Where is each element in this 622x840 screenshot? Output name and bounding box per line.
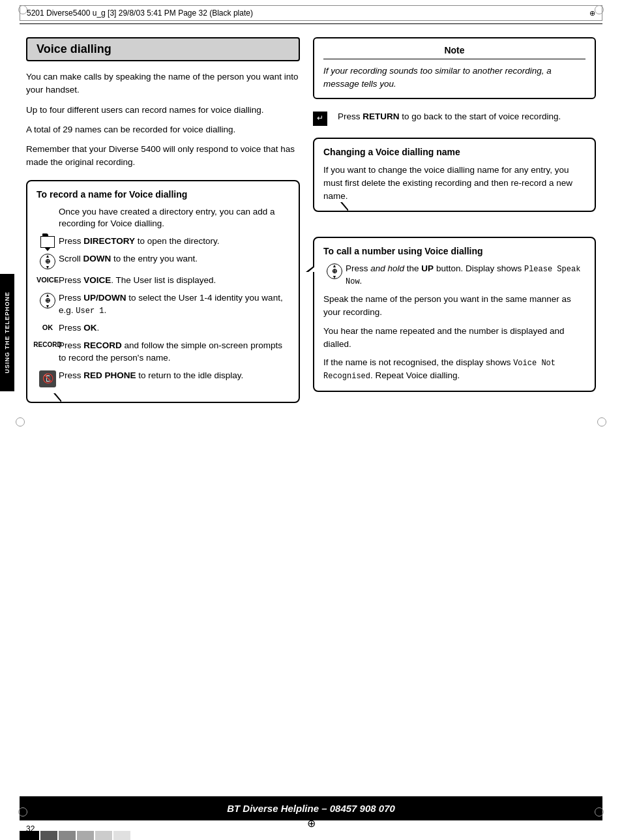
call-nav-icon: ▲ ⊕ ▼ (323, 263, 346, 279)
step-red-phone: 📵 Press RED PHONE to return to the idle … (37, 370, 289, 387)
step-record: RECORD Press RECORD and follow the simpl… (37, 340, 289, 365)
side-tab-label: USING THE TELEPHONE (4, 292, 10, 374)
call-step-1-text: Press and hold the UP button. Display sh… (346, 263, 585, 288)
block-2 (40, 831, 57, 840)
bottom-crosshair: ⊕ (307, 817, 316, 830)
instruction-box: To record a name for Voice dialling Once… (26, 180, 300, 403)
main-content: Voice dialling You can make calls by spe… (26, 31, 596, 403)
return-step: ↵ Press RETURN to go back to the start o… (313, 111, 596, 126)
spacer (313, 224, 596, 237)
record-label-icon: RECORD (37, 340, 59, 350)
directory-icon (37, 236, 59, 248)
ok-label-icon: OK (37, 323, 59, 333)
step-ok: OK Press OK. (37, 322, 289, 335)
corner-mark-tr (595, 5, 604, 14)
block-5 (95, 831, 112, 840)
block-3 (59, 831, 76, 840)
nav-down-icon: ▲ ⊕ ▼ (37, 254, 59, 269)
left-column: Voice dialling You can make calls by spe… (26, 37, 300, 403)
step-intro-text: Once you have created a directory entry,… (59, 206, 289, 231)
note-box: Note If your recording sounds too simila… (313, 37, 596, 99)
step-voice: VOICE Press VOICE. The User list is disp… (37, 275, 289, 287)
step-record-text: Press RECORD and follow the simple on-sc… (59, 340, 289, 365)
step-updown-text: Press UP/DOWN to select the User 1-4 ide… (59, 292, 289, 317)
step-red-phone-text: Press RED PHONE to return to the idle di… (59, 370, 289, 382)
nav-updown-icon: ▲ ⊕ ▼ (37, 293, 59, 308)
call-step-3-text: You hear the name repeated and the numbe… (323, 325, 585, 352)
step-updown: ▲ ⊕ ▼ Press UP/DOWN to select the User 1… (37, 292, 289, 317)
step-scroll-down-text: Scroll DOWN to the entry you want. (59, 253, 289, 265)
call-step-1: ▲ ⊕ ▼ Press and hold the UP button. Disp… (323, 263, 585, 288)
change-box-text: If you want to change the voice dialling… (323, 164, 585, 203)
change-box: Changing a Voice dialling name If you wa… (313, 138, 596, 213)
step-scroll-down: ▲ ⊕ ▼ Scroll DOWN to the entry you want. (37, 253, 289, 269)
corner-mark-bl (18, 807, 27, 817)
call-box: To call a number using Voice dialling ▲ … (313, 237, 596, 391)
intro-p4: Remember that your Diverse 5400 will onl… (26, 143, 300, 170)
corner-mark-tl (18, 5, 27, 14)
corner-mark-br (595, 807, 604, 817)
footer-text: BT Diverse Helpline – 08457 908 070 (227, 803, 395, 814)
side-reg-right (597, 417, 606, 427)
change-box-title: Changing a Voice dialling name (323, 147, 585, 157)
call-box-title: To call a number using Voice dialling (323, 246, 585, 256)
header-rule (20, 23, 602, 24)
step-intro: Once you have created a directory entry,… (37, 206, 289, 231)
header-text: 5201 Diverse5400 u_g [3] 29/8/03 5:41 PM… (27, 8, 253, 18)
block-6 (113, 831, 130, 840)
columns-layout: Voice dialling You can make calls by spe… (26, 37, 596, 403)
return-icon: ↵ (313, 112, 333, 126)
side-reg-left (16, 417, 25, 427)
block-1 (20, 831, 39, 840)
header-bar: 5201 Diverse5400 u_g [3] 29/8/03 5:41 PM… (20, 5, 602, 21)
block-4 (77, 831, 94, 840)
side-tab: USING THE TELEPHONE (0, 274, 14, 391)
note-box-title: Note (323, 45, 585, 59)
step-directory: Press DIRECTORY to open the directory. (37, 235, 289, 248)
instruction-box-title: To record a name for Voice dialling (37, 189, 289, 200)
return-text: Press RETURN to go back to the start of … (338, 111, 561, 123)
red-phone-icon: 📵 (37, 370, 59, 387)
call-step-2-text: Speak the name of the person you want in… (323, 293, 585, 320)
step-voice-text: Press VOICE. The User list is displayed. (59, 275, 289, 287)
intro-p2: Up to four different users can record na… (26, 104, 300, 117)
voice-label-icon: VOICE (37, 275, 59, 285)
right-column: Note If your recording sounds too simila… (313, 37, 596, 403)
call-step-4-text: If the name is not recognised, the displ… (323, 356, 585, 383)
bottom-blocks (20, 831, 130, 840)
intro-p1: You can make calls by speaking the name … (26, 70, 300, 97)
section-title: Voice dialling (26, 37, 300, 61)
intro-p3: A total of 29 names can be recorded for … (26, 123, 300, 136)
step-directory-text: Press DIRECTORY to open the directory. (59, 235, 289, 248)
note-box-text: If your recording sounds too similar to … (323, 65, 585, 91)
step-ok-text: Press OK. (59, 322, 289, 335)
